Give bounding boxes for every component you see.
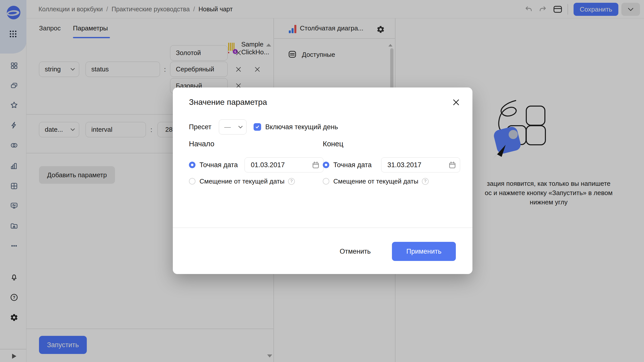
preset-label: Пресет bbox=[189, 123, 211, 131]
start-heading: Начало bbox=[189, 140, 214, 148]
calendar-icon[interactable] bbox=[449, 161, 456, 169]
start-exact-date-label[interactable]: Точная дата bbox=[199, 161, 238, 169]
apply-button[interactable]: Применить bbox=[392, 242, 456, 261]
dialog-title: Значение параметра bbox=[189, 98, 267, 107]
start-offset-label[interactable]: Смещение от текущей даты bbox=[199, 177, 285, 185]
include-today-label[interactable]: Включая текущий день bbox=[265, 123, 338, 131]
end-offset-label[interactable]: Смещение от текущей даты bbox=[333, 177, 418, 185]
checkmark-icon bbox=[255, 125, 260, 129]
calendar-icon[interactable] bbox=[312, 161, 319, 169]
end-date-value: 31.03.2017 bbox=[381, 161, 421, 169]
preset-value: — bbox=[219, 123, 231, 131]
preset-row: Пресет — Включая текущий день bbox=[189, 119, 338, 134]
end-exact-date-label[interactable]: Точная дата bbox=[333, 161, 372, 169]
start-offset-row: Смещение от текущей даты ? bbox=[189, 176, 295, 187]
parameter-value-dialog: Значение параметра Пресет — Включая теку… bbox=[173, 87, 472, 274]
close-icon[interactable] bbox=[451, 97, 461, 108]
app-window: ? Коллекции и воркбуки / Практические ру… bbox=[0, 0, 644, 362]
chevron-down-icon bbox=[238, 126, 243, 128]
start-date-value: 01.03.2017 bbox=[245, 161, 285, 169]
help-icon[interactable]: ? bbox=[288, 178, 295, 185]
end-heading: Конец bbox=[323, 140, 343, 148]
cancel-button[interactable]: Отменить bbox=[331, 242, 379, 261]
end-date-input[interactable]: 31.03.2017 bbox=[381, 157, 460, 172]
modal-footer-divider bbox=[173, 228, 472, 228]
help-icon[interactable]: ? bbox=[422, 178, 429, 185]
end-offset-row: Смещение от текущей даты ? bbox=[323, 176, 429, 187]
include-today-checkbox[interactable] bbox=[254, 123, 261, 131]
end-exact-date-row: Точная дата bbox=[323, 157, 372, 172]
start-exact-date-row: Точная дата bbox=[189, 157, 238, 172]
end-offset-radio[interactable] bbox=[323, 178, 329, 185]
start-date-input[interactable]: 01.03.2017 bbox=[245, 157, 324, 172]
end-exact-date-radio[interactable] bbox=[323, 162, 329, 168]
preset-select[interactable]: — bbox=[219, 119, 247, 134]
start-exact-date-radio[interactable] bbox=[189, 162, 195, 168]
start-offset-radio[interactable] bbox=[189, 178, 195, 185]
